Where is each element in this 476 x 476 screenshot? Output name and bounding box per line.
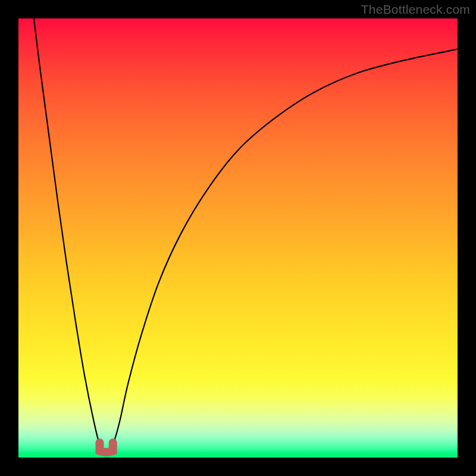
chart-frame: TheBottleneck.com <box>0 0 476 476</box>
bottleneck-curve <box>34 18 458 453</box>
chart-svg <box>18 18 458 458</box>
attribution-label: TheBottleneck.com <box>361 2 470 17</box>
plot-area <box>18 18 458 458</box>
optimum-marker <box>100 443 113 452</box>
